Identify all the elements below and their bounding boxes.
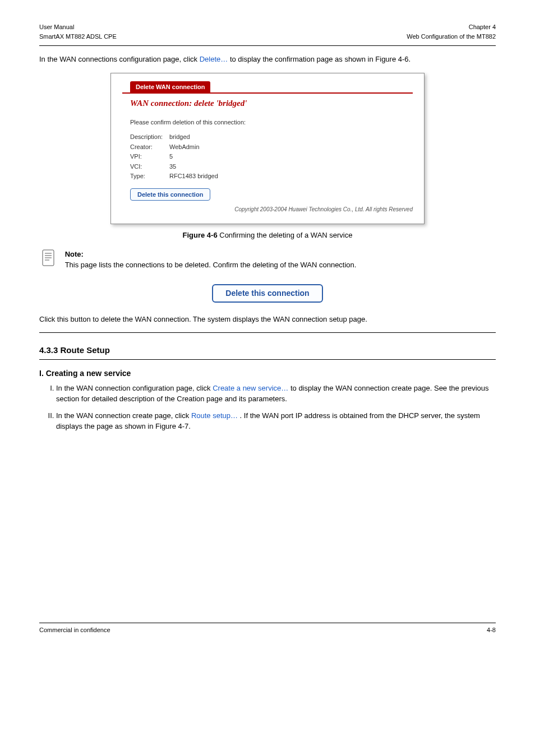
detail-label: VCI:: [130, 162, 169, 171]
detail-row-type: Type: RFC1483 bridged: [130, 171, 413, 181]
big-button-wrapper: Delete this connection: [39, 281, 496, 306]
figure-caption-text: Confirming the deleting of a WAN service: [218, 231, 353, 239]
detail-value: 35: [169, 162, 176, 171]
route-setup-link[interactable]: Route setup…: [191, 411, 238, 420]
header-left-line2: SmartAX MT882 ADSL CPE: [39, 32, 117, 41]
detail-label: VPI:: [130, 152, 169, 161]
footer-right: 4-8: [487, 625, 496, 635]
detail-row-description: Description: bridged: [130, 132, 413, 142]
figure-confirm-text: Please confirm deletion of this connecti…: [130, 118, 413, 127]
delete-this-connection-button[interactable]: Delete this connection: [212, 284, 322, 303]
header-left: User Manual SmartAX MT882 ADSL CPE: [39, 22, 117, 41]
figure-body: Please confirm deletion of this connecti…: [130, 118, 413, 201]
delete-this-connection-small-button[interactable]: Delete this connection: [130, 188, 210, 201]
header-right-line2: Web Configuration of the MT882: [407, 32, 496, 41]
section-heading-route-setup: 4.3.3 Route Setup: [39, 344, 496, 357]
figure-copyright: Copyright 2003-2004 Huawei Technologies …: [122, 205, 413, 214]
detail-value: RFC1483 bridged: [169, 171, 218, 181]
section-heading-underline: [39, 359, 496, 360]
page-footer: Commercial in confidence 4-8: [39, 623, 496, 635]
detail-label: Type:: [130, 171, 169, 181]
figure-title: WAN connection: delete 'bridged': [130, 97, 413, 110]
note-block: Note: This page lists the connections to…: [39, 249, 496, 271]
figure-caption-number: Figure 4-6: [183, 231, 218, 239]
detail-row-creator: Creator: WebAdmin: [130, 142, 413, 152]
step-1: In the WAN connection configuration page…: [56, 383, 496, 405]
note-label: Note:: [65, 250, 84, 258]
header-divider: [39, 45, 496, 46]
figure-tab-underline: [122, 92, 413, 94]
step1-before: In the WAN connection configuration page…: [56, 384, 213, 392]
figure-caption: Figure 4-6 Confirming the deleting of a …: [39, 230, 496, 241]
steps-list: In the WAN connection configuration page…: [56, 383, 496, 432]
detail-row-vci: VCI: 35: [130, 162, 413, 171]
page-header: User Manual SmartAX MT882 ADSL CPE Chapt…: [39, 22, 496, 41]
detail-label: Creator:: [130, 142, 169, 152]
figure-tab: Delete WAN connection: [130, 81, 210, 93]
header-left-line1: User Manual: [39, 22, 117, 32]
detail-label: Description:: [130, 132, 169, 142]
delete-link[interactable]: Delete…: [200, 55, 228, 63]
create-new-service-link[interactable]: Create a new service…: [213, 384, 288, 392]
step-2: In the WAN connection create page, click…: [56, 410, 496, 432]
detail-value: WebAdmin: [169, 142, 200, 152]
intro-text-before: In the WAN connections configuration pag…: [39, 55, 200, 63]
note-text-wrapper: Note: This page lists the connections to…: [65, 249, 469, 271]
subheading-creating-new-service: I. Creating a new service: [39, 368, 496, 379]
step2-before: In the WAN connection create page, click: [56, 411, 191, 420]
detail-row-vpi: VPI: 5: [130, 152, 413, 161]
footer-left: Commercial in confidence: [39, 625, 110, 635]
note-text: This page lists the connections to be de…: [65, 261, 357, 269]
section-divider: [39, 332, 496, 333]
note-icon: [39, 249, 57, 267]
header-right: Chapter 4 Web Configuration of the MT882: [407, 22, 496, 41]
detail-value: 5: [169, 152, 173, 161]
detail-value: bridged: [169, 132, 190, 142]
intro-text-after: to display the confirmation page as show…: [230, 55, 411, 63]
intro-paragraph: In the WAN connections configuration pag…: [39, 54, 496, 65]
after-button-paragraph: Click this button to delete the WAN conn…: [39, 314, 496, 325]
header-right-line1: Chapter 4: [407, 22, 496, 32]
figure-delete-wan: Delete WAN connection WAN connection: de…: [110, 73, 425, 225]
